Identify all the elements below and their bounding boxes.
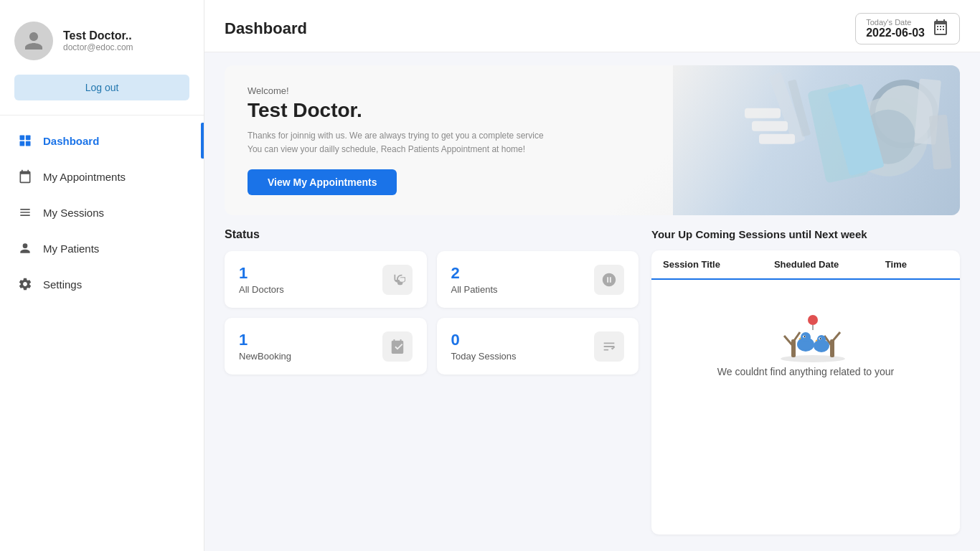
status-section-title: Status bbox=[225, 228, 639, 241]
calendar-icon[interactable] bbox=[932, 19, 949, 39]
banner-background bbox=[673, 65, 960, 215]
column-time: Time bbox=[885, 259, 948, 270]
svg-point-6 bbox=[861, 110, 915, 164]
svg-marker-31 bbox=[815, 339, 817, 342]
svg-marker-26 bbox=[798, 337, 801, 339]
svg-rect-9 bbox=[929, 115, 951, 170]
view-appointments-button[interactable]: View My Appointments bbox=[248, 169, 397, 195]
sidebar-item-label-settings: Settings bbox=[43, 278, 82, 291]
date-value: 2022-06-03 bbox=[866, 27, 925, 39]
user-email: doctor@edoc.com bbox=[63, 42, 133, 52]
sessions-icon bbox=[17, 204, 33, 220]
patient-icon bbox=[594, 265, 624, 295]
logout-button[interactable]: Log out bbox=[14, 75, 189, 100]
empty-state-text: We couldnt find anything related to your bbox=[717, 366, 894, 377]
no-data-illustration bbox=[770, 300, 856, 364]
svg-point-32 bbox=[808, 315, 818, 325]
gear-icon bbox=[17, 276, 33, 292]
svg-rect-0 bbox=[20, 136, 25, 141]
doctors-count: 1 bbox=[239, 264, 284, 283]
status-grid: 1 All Doctors 2 All Patie bbox=[225, 251, 639, 375]
patients-label: All Patients bbox=[451, 284, 498, 295]
page-title: Dashboard bbox=[225, 19, 307, 38]
status-card-today-sessions: 0 Today Sessions bbox=[437, 318, 639, 375]
status-card-doctors: 1 All Doctors bbox=[225, 251, 427, 308]
doctor-icon bbox=[382, 265, 413, 295]
sidebar-item-patients[interactable]: My Patients bbox=[0, 230, 204, 266]
svg-rect-12 bbox=[745, 108, 781, 118]
svg-point-30 bbox=[820, 338, 821, 339]
svg-line-21 bbox=[832, 332, 840, 342]
user-profile: Test Doctor.. doctor@edoc.com bbox=[0, 14, 204, 75]
svg-point-23 bbox=[801, 332, 811, 342]
welcome-banner: Welcome! Test Doctor. Thanks for joinnig… bbox=[225, 65, 960, 215]
booking-count: 1 bbox=[239, 331, 291, 349]
patients-count: 2 bbox=[451, 264, 498, 283]
appointments-icon bbox=[17, 169, 33, 184]
banner-description: Thanks for joinnig with us. We are alway… bbox=[248, 129, 592, 156]
status-section: Status 1 All Doctors bbox=[225, 228, 639, 538]
svg-point-15 bbox=[781, 355, 845, 362]
empty-illustration bbox=[770, 300, 842, 357]
svg-rect-2 bbox=[20, 141, 25, 146]
patients-icon bbox=[17, 240, 33, 256]
banner-illustration bbox=[673, 65, 960, 215]
today-sessions-icon bbox=[594, 331, 624, 362]
main-content-area: Dashboard Today's Date 2022-06-03 bbox=[204, 0, 980, 551]
dashboard-icon bbox=[17, 133, 33, 149]
sidebar-item-label-sessions: My Sessions bbox=[43, 207, 104, 219]
sidebar-item-label-appointments: My Appointments bbox=[43, 171, 126, 183]
bottom-row: Status 1 All Doctors bbox=[225, 228, 960, 538]
doctors-label: All Doctors bbox=[239, 284, 284, 295]
user-info: Test Doctor.. doctor@edoc.com bbox=[63, 29, 133, 52]
status-card-patients: 2 All Patients bbox=[437, 251, 639, 308]
sidebar: Test Doctor.. doctor@edoc.com Log out Da… bbox=[0, 0, 204, 551]
main-header: Dashboard Today's Date 2022-06-03 bbox=[204, 0, 980, 52]
sessions-section: Your Up Coming Sessions until Next week … bbox=[651, 228, 960, 538]
booking-label: NewBooking bbox=[239, 351, 291, 362]
today-sessions-label: Today Sessions bbox=[451, 351, 517, 362]
sidebar-item-sessions[interactable]: My Sessions bbox=[0, 194, 204, 230]
user-icon bbox=[23, 30, 44, 52]
svg-rect-7 bbox=[807, 83, 869, 184]
svg-rect-13 bbox=[752, 121, 788, 131]
sidebar-item-dashboard[interactable]: Dashboard bbox=[0, 123, 204, 159]
date-box: Today's Date 2022-06-03 bbox=[855, 13, 960, 44]
sessions-table-header: Session Title Sheduled Date Time bbox=[651, 250, 960, 280]
sidebar-item-label-dashboard: Dashboard bbox=[43, 135, 99, 147]
svg-rect-16 bbox=[791, 339, 796, 357]
sidebar-divider bbox=[0, 115, 204, 116]
svg-point-28 bbox=[817, 335, 826, 344]
svg-point-4 bbox=[23, 243, 28, 248]
main-scroll-area: Welcome! Test Doctor. Thanks for joinnig… bbox=[204, 52, 980, 551]
sessions-section-title: Your Up Coming Sessions until Next week bbox=[651, 228, 960, 240]
today-sessions-count: 0 bbox=[451, 331, 517, 349]
svg-rect-1 bbox=[26, 136, 31, 141]
user-name: Test Doctor.. bbox=[63, 29, 133, 42]
booking-icon bbox=[382, 331, 413, 362]
column-session-title: Session Title bbox=[663, 259, 768, 270]
status-card-booking: 1 NewBooking bbox=[225, 318, 427, 375]
svg-rect-19 bbox=[830, 339, 834, 357]
sessions-card: Session Title Sheduled Date Time bbox=[651, 250, 960, 534]
sidebar-item-appointments[interactable]: My Appointments bbox=[0, 159, 204, 194]
sessions-empty-state: We couldnt find anything related to your bbox=[651, 280, 960, 397]
svg-rect-14 bbox=[759, 134, 795, 144]
svg-rect-3 bbox=[26, 141, 31, 146]
date-label: Today's Date bbox=[866, 18, 925, 27]
svg-point-25 bbox=[804, 336, 806, 337]
avatar bbox=[14, 22, 53, 60]
sidebar-item-label-patients: My Patients bbox=[43, 242, 99, 255]
sidebar-item-settings[interactable]: Settings bbox=[0, 266, 204, 302]
column-scheduled-date: Sheduled Date bbox=[774, 259, 880, 270]
